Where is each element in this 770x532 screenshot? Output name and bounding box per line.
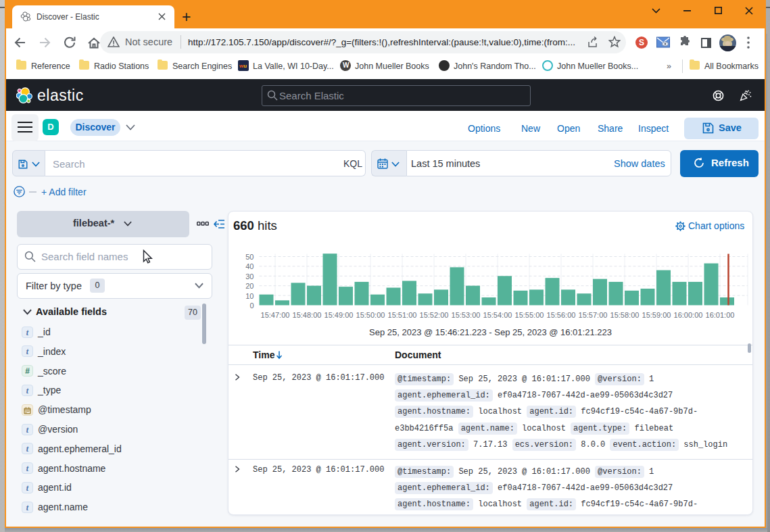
svg-text:15:58:00: 15:58:00	[610, 311, 640, 319]
svg-text:15:53:00: 15:53:00	[452, 311, 481, 319]
svg-text:15:50:00: 15:50:00	[356, 311, 385, 319]
svg-text:15:54:00: 15:54:00	[483, 311, 512, 319]
svg-text:15:47:00: 15:47:00	[261, 311, 290, 319]
svg-text:0: 0	[249, 301, 254, 310]
svg-text:30: 30	[245, 272, 254, 281]
svg-text:15:55:00: 15:55:00	[515, 311, 544, 319]
svg-text:10: 10	[245, 292, 254, 300]
svg-text:15:57:00: 15:57:00	[579, 311, 608, 319]
svg-text:15:52:00: 15:52:00	[420, 311, 449, 319]
svg-text:20: 20	[245, 282, 254, 290]
svg-text:15:59:00: 15:59:00	[642, 311, 671, 319]
svg-text:16:01:00: 16:01:00	[706, 311, 735, 319]
svg-text:15:48:00: 15:48:00	[293, 311, 322, 319]
svg-text:40: 40	[245, 262, 254, 270]
svg-text:16:00:00: 16:00:00	[674, 311, 703, 319]
svg-text:15:49:00: 15:49:00	[324, 311, 354, 319]
svg-text:15:56:00: 15:56:00	[547, 311, 576, 319]
svg-text:50: 50	[245, 253, 254, 261]
svg-text:15:51:00: 15:51:00	[388, 311, 417, 319]
